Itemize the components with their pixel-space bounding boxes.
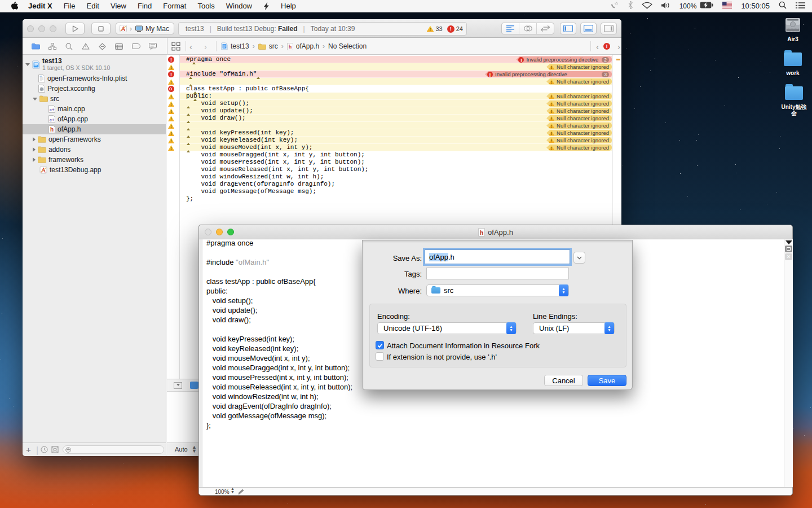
svg-text:c+: c+ [50,117,55,122]
svg-text:h: h [50,126,54,133]
svg-text:c+: c+ [50,107,55,112]
svg-text:h: h [288,44,292,50]
svg-text:h: h [480,230,483,236]
